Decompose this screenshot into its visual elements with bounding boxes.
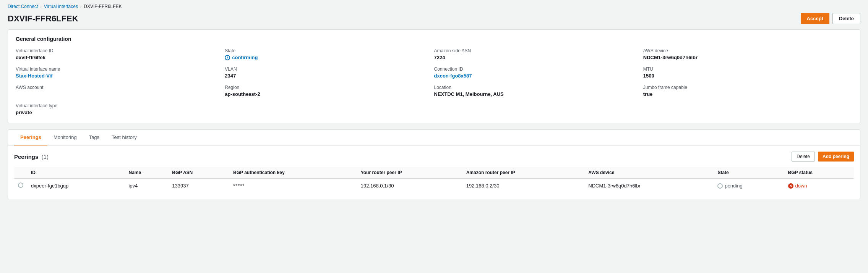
- peerings-table: ID Name BGP ASN BGP authentication key Y…: [14, 167, 854, 193]
- peerings-count: (1): [42, 153, 49, 160]
- peerings-title-text: Peerings: [14, 153, 38, 160]
- pending-text: pending: [725, 183, 742, 189]
- vif-id-label: Virtual interface ID: [16, 48, 225, 53]
- jumbo-frame-label: Jumbo frame capable: [643, 85, 852, 90]
- breadcrumb-link-virtual-interfaces[interactable]: Virtual interfaces: [44, 4, 78, 9]
- config-region: Region ap-southeast-2: [225, 85, 434, 97]
- td-bgp-asn: 133937: [168, 179, 229, 193]
- vif-name-label: Virtual interface name: [16, 66, 225, 72]
- config-grid: Virtual interface ID dxvif-ffr6lfek Stat…: [16, 48, 852, 115]
- location-label: Location: [434, 85, 643, 90]
- config-aws-device: AWS device NDCM1-3rw6q0d7h6lbr: [643, 48, 852, 60]
- tab-tags[interactable]: Tags: [83, 130, 105, 145]
- breadcrumb: Direct Connect › Virtual interfaces › DX…: [0, 0, 868, 11]
- tabs-content: Peerings (1) Delete Add peering ID Name …: [8, 145, 860, 199]
- th-your-router-ip: Your router peer IP: [357, 167, 462, 179]
- breadcrumb-sep-1: ›: [40, 5, 41, 9]
- card-title: General configuration: [16, 36, 852, 42]
- th-select: [14, 167, 27, 179]
- tabs-header: Peerings Monitoring Tags Test history: [8, 130, 860, 145]
- region-label: Region: [225, 85, 434, 90]
- table-row: dxpeer-fge1bgqp ipv4 133937 ***** 192.16…: [14, 179, 854, 193]
- state-value: i confirming: [225, 55, 434, 60]
- page-header: DXVIF-FFR6LFEK Accept Delete: [0, 11, 868, 29]
- mtu-label: MTU: [643, 66, 852, 72]
- config-state: State i confirming: [225, 48, 434, 60]
- th-name: Name: [125, 167, 168, 179]
- down-icon: ✕: [788, 183, 793, 189]
- delete-button[interactable]: Delete: [832, 13, 860, 24]
- breadcrumb-current: DXVIF-FFR6LFEK: [84, 4, 122, 9]
- connection-id-value: dxcon-fgo8x587: [434, 73, 643, 79]
- th-bgp-status: BGP status: [784, 167, 854, 179]
- location-value: NEXTDC M1, Melbourne, AUS: [434, 91, 643, 97]
- breadcrumb-sep-2: ›: [80, 5, 81, 9]
- state-confirming: i confirming: [225, 55, 434, 60]
- amazon-asn-label: Amazon side ASN: [434, 48, 643, 53]
- table-header-row: ID Name BGP ASN BGP authentication key Y…: [14, 167, 854, 179]
- accept-button[interactable]: Accept: [801, 13, 829, 24]
- config-mtu: MTU 1500: [643, 66, 852, 79]
- aws-account-label: AWS account: [16, 85, 225, 90]
- config-connection-id: Connection ID dxcon-fgo8x587: [434, 66, 643, 79]
- config-jumbo-frame: Jumbo frame capable true: [643, 85, 852, 97]
- vif-type-label: Virtual interface type: [16, 103, 225, 108]
- vlan-label: VLAN: [225, 66, 434, 72]
- region-value: ap-southeast-2: [225, 91, 434, 97]
- td-select: [14, 179, 27, 193]
- vif-name-value: Stax-Hosted-Vif: [16, 73, 225, 79]
- section-actions: Delete Add peering: [792, 152, 854, 162]
- config-aws-account: AWS account: [16, 85, 225, 97]
- config-vif-id: Virtual interface ID dxvif-ffr6lfek: [16, 48, 225, 60]
- aws-device-label: AWS device: [643, 48, 852, 53]
- td-your-router-ip: 192.168.0.1/30: [357, 179, 462, 193]
- tab-peerings[interactable]: Peerings: [14, 130, 47, 145]
- peerings-section-title: Peerings (1): [14, 153, 49, 160]
- td-amazon-router-ip: 192.168.0.2/30: [462, 179, 585, 193]
- th-id: ID: [27, 167, 125, 179]
- amazon-asn-value: 7224: [434, 55, 643, 60]
- row-radio[interactable]: [18, 183, 23, 188]
- th-bgp-asn: BGP ASN: [168, 167, 229, 179]
- td-id: dxpeer-fge1bgqp: [27, 179, 125, 193]
- tab-monitoring[interactable]: Monitoring: [47, 130, 83, 145]
- th-state: State: [714, 167, 784, 179]
- pending-state: pending: [717, 183, 780, 189]
- info-icon: i: [225, 55, 230, 60]
- config-vlan: VLAN 2347: [225, 66, 434, 79]
- td-bgp-auth-key: *****: [229, 179, 357, 193]
- config-vif-name: Virtual interface name Stax-Hosted-Vif: [16, 66, 225, 79]
- breadcrumb-link-direct-connect[interactable]: Direct Connect: [8, 4, 38, 9]
- bgp-down-status: ✕ down: [788, 183, 850, 189]
- th-bgp-auth-key: BGP authentication key: [229, 167, 357, 179]
- mtu-value: 1500: [643, 73, 852, 79]
- vif-type-value: private: [16, 110, 225, 115]
- header-actions: Accept Delete: [801, 13, 860, 24]
- aws-device-value: NDCM1-3rw6q0d7h6lbr: [643, 55, 852, 60]
- jumbo-frame-value: true: [643, 91, 852, 97]
- config-amazon-asn: Amazon side ASN 7224: [434, 48, 643, 60]
- th-amazon-router-ip: Amazon router peer IP: [462, 167, 585, 179]
- general-configuration-card: General configuration Virtual interface …: [8, 29, 860, 123]
- state-label: State: [225, 48, 434, 53]
- th-aws-device: AWS device: [584, 167, 714, 179]
- config-location: Location NEXTDC M1, Melbourne, AUS: [434, 85, 643, 97]
- tabs-container: Peerings Monitoring Tags Test history Pe…: [8, 129, 860, 199]
- td-name: ipv4: [125, 179, 168, 193]
- config-vif-type: Virtual interface type private: [16, 103, 225, 115]
- peerings-section-header: Peerings (1) Delete Add peering: [14, 152, 854, 162]
- td-aws-device: NDCM1-3rw6q0d7h6lbr: [584, 179, 714, 193]
- peerings-delete-button[interactable]: Delete: [792, 152, 815, 162]
- page-title: DXVIF-FFR6LFEK: [8, 14, 78, 24]
- td-bgp-status: ✕ down: [784, 179, 854, 193]
- peerings-section-title-wrapper: Peerings (1): [14, 153, 49, 160]
- add-peering-button[interactable]: Add peering: [818, 152, 854, 162]
- connection-id-label: Connection ID: [434, 66, 643, 72]
- vlan-value: 2347: [225, 73, 434, 79]
- td-state: pending: [714, 179, 784, 193]
- pending-icon: [717, 183, 723, 189]
- vif-id-value: dxvif-ffr6lfek: [16, 55, 225, 60]
- bgp-status-text: down: [795, 183, 807, 189]
- tab-test-history[interactable]: Test history: [105, 130, 143, 145]
- state-text: confirming: [232, 55, 258, 60]
